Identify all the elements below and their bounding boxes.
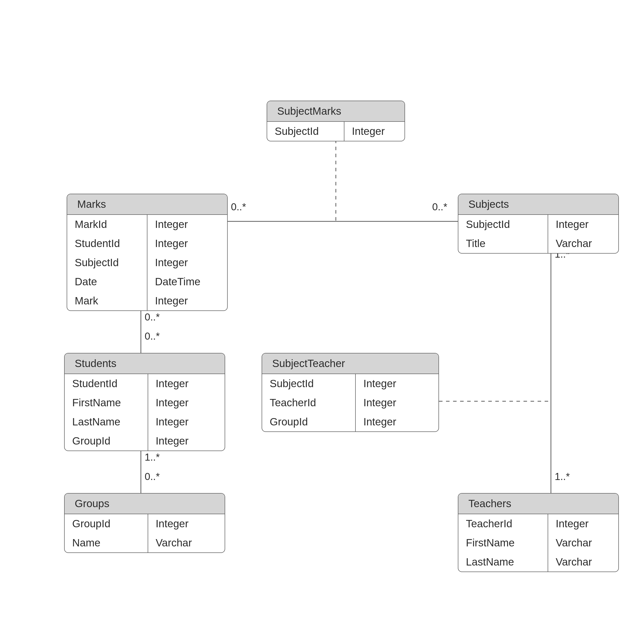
field-name: SubjectId bbox=[458, 215, 548, 234]
entity-subjects: Subjects SubjectId Title Integer Varchar bbox=[458, 194, 619, 254]
field-type: Varchar bbox=[148, 533, 225, 552]
field-type: Integer bbox=[148, 412, 225, 431]
field-type: Varchar bbox=[548, 234, 618, 253]
field-type: Integer bbox=[148, 431, 225, 451]
field-name: StudentId bbox=[67, 234, 147, 253]
field-type: Varchar bbox=[548, 533, 618, 552]
field-type: Integer bbox=[147, 234, 227, 253]
field-name: GroupId bbox=[262, 412, 355, 431]
field-name: TeacherId bbox=[458, 514, 548, 533]
field-name: Title bbox=[458, 234, 548, 253]
field-type: Integer bbox=[548, 514, 618, 533]
multiplicity-subjects-left: 0..* bbox=[432, 201, 447, 213]
entity-title: SubjectMarks bbox=[267, 101, 405, 122]
field-type: DateTime bbox=[147, 272, 227, 291]
multiplicity-marks-right: 0..* bbox=[231, 201, 246, 213]
field-name: TeacherId bbox=[262, 393, 355, 412]
entity-marks: Marks MarkId StudentId SubjectId Date Ma… bbox=[67, 194, 228, 311]
field-name: SubjectId bbox=[267, 122, 344, 141]
field-name: GroupId bbox=[65, 514, 148, 533]
multiplicity-students-bottom: 1..* bbox=[145, 452, 160, 463]
er-diagram-canvas: 0..* 0..* 0..* 0..* 1..* 0..* 1..* 1..* … bbox=[0, 0, 644, 644]
entity-title: Teachers bbox=[458, 494, 618, 514]
field-type: Integer bbox=[356, 393, 438, 412]
entity-students: Students StudentId FirstName LastName Gr… bbox=[64, 353, 225, 451]
field-type: Integer bbox=[147, 291, 227, 310]
multiplicity-teachers-top: 1..* bbox=[555, 471, 570, 482]
entity-subjectmarks: SubjectMarks SubjectId Integer bbox=[267, 101, 405, 141]
field-name: MarkId bbox=[67, 215, 147, 234]
field-type: Integer bbox=[147, 253, 227, 272]
field-name: LastName bbox=[65, 412, 148, 431]
field-name: SubjectId bbox=[67, 253, 147, 272]
entity-title: Marks bbox=[67, 194, 227, 215]
field-name: FirstName bbox=[458, 533, 548, 552]
field-name: SubjectId bbox=[262, 374, 355, 393]
entity-title: Subjects bbox=[458, 194, 618, 215]
entity-groups: Groups GroupId Name Integer Varchar bbox=[64, 493, 225, 553]
field-type: Integer bbox=[356, 374, 438, 393]
field-type: Integer bbox=[148, 514, 225, 533]
field-type: Varchar bbox=[548, 552, 618, 572]
entity-subjectteacher: SubjectTeacher SubjectId TeacherId Group… bbox=[262, 353, 439, 432]
field-type: Integer bbox=[548, 215, 618, 234]
entity-title: Groups bbox=[65, 494, 225, 514]
field-type: Integer bbox=[344, 122, 405, 141]
field-name: LastName bbox=[458, 552, 548, 572]
field-name: Date bbox=[67, 272, 147, 291]
field-name: FirstName bbox=[65, 393, 148, 412]
field-type: Integer bbox=[148, 393, 225, 412]
multiplicity-marks-bottom: 0..* bbox=[145, 311, 160, 323]
entity-title: SubjectTeacher bbox=[262, 353, 438, 374]
entity-teachers: Teachers TeacherId FirstName LastName In… bbox=[458, 493, 619, 572]
entity-title: Students bbox=[65, 353, 225, 374]
field-type: Integer bbox=[356, 412, 438, 431]
field-name: Name bbox=[65, 533, 148, 552]
field-name: StudentId bbox=[65, 374, 148, 393]
field-type: Integer bbox=[147, 215, 227, 234]
field-type: Integer bbox=[148, 374, 225, 393]
multiplicity-students-top: 0..* bbox=[145, 331, 160, 342]
multiplicity-groups-top: 0..* bbox=[145, 471, 160, 482]
field-name: Mark bbox=[67, 291, 147, 310]
field-name: GroupId bbox=[65, 431, 148, 451]
